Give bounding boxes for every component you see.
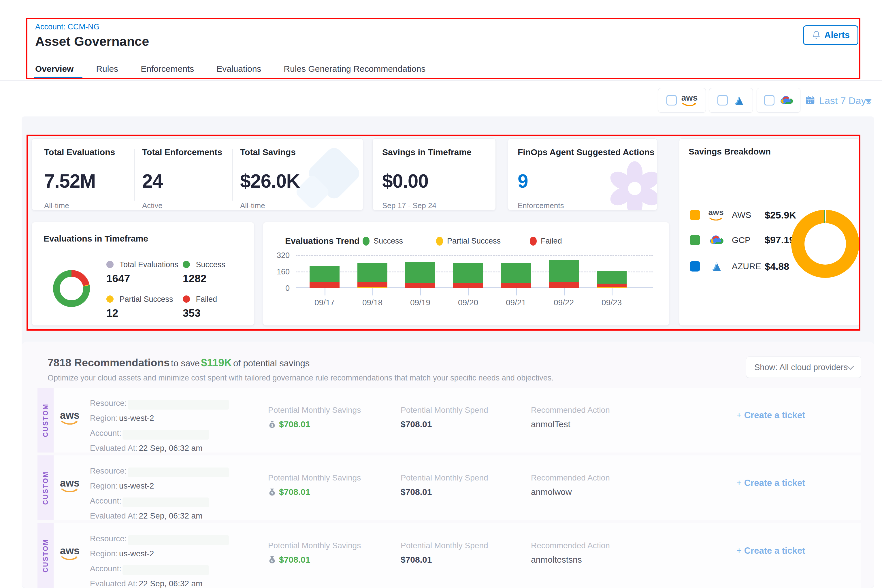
azure-checkbox[interactable] [717, 95, 728, 105]
recommended-action-col: Recommended Action anmoltestsns [531, 541, 610, 565]
eval-legend-success-label: Success [196, 260, 225, 269]
redacted-account-value [123, 498, 209, 507]
trend-bar-09/20[interactable] [453, 263, 483, 288]
eval-legend-partial: Partial Success 12 [106, 295, 173, 320]
trend-bar-09/17[interactable] [310, 266, 339, 288]
tab-evaluations[interactable]: Evaluations [216, 64, 261, 74]
bell-icon [812, 30, 821, 40]
resource-details: Resource: Region: us-west-2 Account: Eva… [90, 532, 229, 588]
x-axis-tick [564, 288, 565, 296]
potential-monthly-spend-value: $708.01 [400, 419, 488, 429]
eval-legend-total-value: 1647 [106, 273, 178, 285]
tab-enforcements[interactable]: Enforcements [141, 64, 194, 74]
x-axis-tick [468, 288, 469, 296]
eval-legend-total-label: Total Evaluations [119, 260, 178, 269]
bar-segment [501, 263, 531, 283]
evaluations-trend-card: Evaluations Trend Success Partial Succes… [263, 222, 669, 326]
evaluated-at-value: 22 Sep, 06:32 am [139, 579, 202, 588]
recommended-action-header: Recommended Action [531, 541, 610, 550]
region-value: us-west-2 [119, 482, 154, 490]
asset-governance-page: Account: CCM-NG Asset Governance Alerts … [0, 0, 882, 588]
recommended-action-col: Recommended Action anmolTest [531, 405, 610, 429]
active-tab-underline [34, 76, 82, 79]
tab-rules[interactable]: Rules [96, 64, 118, 74]
cloud-provider-filter-dropdown[interactable]: Show: All cloud providers [746, 357, 861, 378]
date-range-caret-icon[interactable] [865, 99, 872, 103]
cloud-provider-filter-label: Show: All cloud providers [754, 363, 848, 372]
total-evaluations-label: Total Evaluations [44, 147, 115, 157]
bar-segment [405, 283, 435, 288]
bar-segment [597, 284, 627, 287]
potential-monthly-savings-header: Potential Monthly Savings [268, 405, 361, 415]
azure-filter-card[interactable] [709, 88, 753, 113]
recommended-action-value: anmoltestsns [531, 555, 610, 565]
bar-segment [405, 262, 435, 283]
date-range-selector[interactable]: Last 7 Days [819, 95, 871, 106]
savings-in-timeframe-label: Savings in Timeframe [382, 147, 471, 157]
evaluations-in-timeframe-card: Evaluations in Timeframe Total Evaluatio… [32, 222, 254, 326]
recommendations-header: 7818 Recommendations to save $119K of po… [48, 357, 554, 382]
svg-text:$: $ [271, 492, 273, 495]
redacted-resource-value [128, 400, 229, 410]
create-ticket-button[interactable]: + Create a ticket [736, 546, 806, 556]
redacted-resource-value [128, 468, 229, 477]
alerts-button[interactable]: Alerts [803, 26, 858, 45]
resource-label: Resource: [90, 399, 127, 408]
bar-segment [310, 266, 339, 282]
recommendation-row-2[interactable]: CUSTOM aws Resource: Region: us-west-2 A… [38, 455, 861, 520]
evaluations-trend-title: Evaluations Trend [285, 236, 359, 246]
trend-bar-09/22[interactable] [549, 260, 579, 288]
trend-bar-09/21[interactable] [501, 263, 531, 288]
recommended-action-col: Recommended Action anmolwow [531, 473, 610, 497]
savings-legend-gcp: GCP $97.19 [690, 234, 795, 246]
create-ticket-button[interactable]: + Create a ticket [736, 410, 806, 420]
trend-bar-09/23[interactable] [597, 271, 627, 288]
azure-logo-icon [706, 260, 726, 272]
account-breadcrumb-link[interactable]: Account: CCM-NG [35, 22, 100, 32]
bar-segment [453, 263, 483, 283]
eval-legend-total: Total Evaluations 1647 [106, 260, 178, 285]
region-label: Region: [90, 482, 118, 490]
recommended-action-value: anmolwow [531, 487, 610, 497]
bar-segment [501, 283, 531, 288]
trend-bar-09/19[interactable] [405, 262, 435, 288]
recommendation-row-1[interactable]: CUSTOM aws Resource: Region: us-west-2 A… [38, 388, 861, 453]
account-label: Account: [90, 429, 122, 438]
potential-monthly-savings-header: Potential Monthly Savings [268, 541, 361, 550]
potential-monthly-savings-value: $708.01 [279, 487, 310, 497]
potential-monthly-spend-col: Potential Monthly Spend $708.01 [400, 473, 488, 497]
trend-bar-09/18[interactable] [357, 263, 387, 288]
total-savings-caption: All-time [240, 201, 300, 210]
svg-text:$: $ [271, 559, 273, 562]
aws-logo-icon: aws [681, 93, 698, 107]
create-ticket-button[interactable]: + Create a ticket [736, 478, 806, 488]
aws-legend-label: AWS [732, 210, 758, 220]
finops-agent-label: FinOps Agent Suggested Actions [518, 147, 654, 157]
trend-legend-partial[interactable]: Partial Success [436, 237, 501, 246]
trend-legend-success[interactable]: Success [363, 237, 403, 246]
potential-monthly-spend-header: Potential Monthly Spend [400, 405, 488, 415]
eval-legend-partial-value: 12 [106, 307, 173, 320]
aws-checkbox[interactable] [666, 95, 677, 105]
plus-icon: + [736, 546, 742, 556]
aws-logo-icon: aws [706, 208, 726, 222]
total-enforcements-caption: Active [142, 201, 222, 210]
trend-legend-failed[interactable]: Failed [530, 237, 562, 246]
failed-dot-icon [530, 237, 537, 246]
gcp-checkbox[interactable] [764, 95, 774, 105]
partial-success-dot-icon [436, 237, 443, 246]
recommendation-row-3[interactable]: CUSTOM aws Resource: Region: us-west-2 A… [38, 523, 861, 588]
recommendations-subtitle: Optimize your cloud assets and minimize … [48, 374, 554, 382]
recommendations-mid-text: to save [171, 358, 200, 368]
potential-monthly-savings-col: Potential Monthly Savings $ $708.01 [268, 541, 361, 565]
gcp-filter-card[interactable] [757, 88, 800, 113]
plus-icon: + [736, 478, 742, 488]
tab-overview[interactable]: Overview [35, 64, 74, 74]
gcp-logo-icon [779, 95, 793, 105]
eval-legend-failed-label: Failed [196, 295, 217, 303]
tab-rules-generating-recommendations[interactable]: Rules Generating Recommendations [284, 64, 425, 74]
account-label: Account: [90, 564, 122, 573]
aws-filter-card[interactable]: aws [658, 88, 706, 113]
recommendations-count: 7818 Recommendations [48, 357, 170, 369]
region-value: us-west-2 [119, 414, 154, 423]
